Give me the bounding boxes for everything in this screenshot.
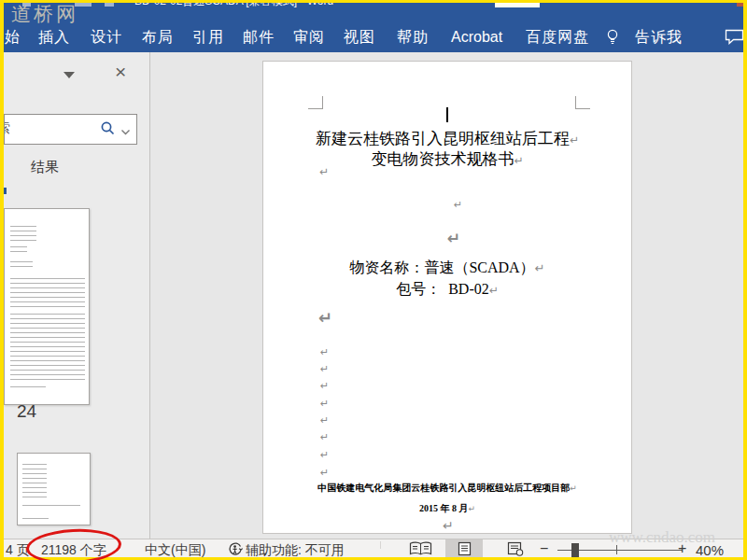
border-top (0, 0, 747, 3)
paragraph-mark: ↵ (320, 364, 329, 374)
tab-help[interactable]: 帮助 (397, 28, 429, 47)
watermark-daoqiao: 道桥网 (11, 1, 78, 27)
margin-crop-mark (575, 96, 590, 109)
page-thumbnail[interactable] (4, 208, 90, 405)
paragraph-mark: ↵ (320, 450, 329, 460)
page-thumbnail[interactable] (17, 453, 91, 525)
tab-view[interactable]: 视图 (344, 28, 375, 47)
pane-splitter[interactable] (149, 52, 150, 539)
watermark-cndao-url: www.cndao.com (609, 528, 715, 547)
doc-title-line1[interactable]: 新建云桂铁路引入昆明枢纽站后工程↵ (263, 128, 631, 149)
tab-mailings[interactable]: 邮件 (243, 28, 275, 47)
tab-references[interactable]: 引用 (192, 28, 224, 47)
tell-me-button[interactable]: 告诉我 (635, 28, 683, 47)
search-icon[interactable] (100, 120, 116, 140)
tab-design[interactable]: 设计 (91, 28, 122, 47)
print-layout-button[interactable] (445, 539, 483, 558)
paragraph-mark: ↵ (468, 504, 475, 513)
thumbnail-text-lines (22, 464, 47, 497)
zoom-slider-thumb[interactable] (571, 543, 579, 557)
doc-footer-line2[interactable]: 2015 年 8 月↵ (263, 502, 631, 515)
thumbnail-text-lines (10, 278, 85, 307)
quick-access-icon[interactable] (105, 3, 114, 7)
thumbnail-text-lines (10, 386, 46, 391)
results-tab-label[interactable]: 结果 (31, 159, 59, 176)
document-page[interactable]: 新建云桂铁路引入昆明枢纽站后工程↵ 变电物资技术规格书↵ ↵ ↵ ↵ 物资名称：… (262, 61, 632, 534)
paragraph-mark: ↵ (320, 399, 329, 409)
doc-item-line1[interactable]: 物资名称：普速（SCADA）↵ (263, 259, 631, 278)
comment-icon[interactable] (725, 29, 744, 49)
thumbnail-text-lines (10, 261, 33, 267)
paragraph-mark: ↵ (454, 200, 462, 210)
navigation-pane: × 索 结果 24 (4, 52, 149, 539)
paragraph-mark: ↵ (489, 284, 499, 297)
paragraph-mark: ↵ (320, 468, 329, 478)
pane-options-chevron-down-icon[interactable] (63, 72, 75, 78)
doc-item-line2[interactable]: 包号： BD-02↵ (263, 280, 631, 300)
tab-indicator (4, 188, 7, 194)
word-window: BD-02-02普速SCADA [兼容模式] - Word 开始 插入 设计 布… (0, 0, 747, 560)
margin-crop-mark (308, 96, 323, 109)
paragraph-mark: ↵ (319, 166, 329, 177)
text-cursor (446, 107, 448, 122)
border-left (0, 0, 4, 560)
paragraph-mark: ↵ (320, 415, 329, 426)
border-right (743, 0, 747, 560)
tab-acrobat[interactable]: Acrobat (451, 28, 502, 47)
paragraph-mark: ↵ (514, 154, 523, 167)
paragraph-mark: ↵ (570, 133, 579, 147)
close-button-clipped[interactable] (737, 3, 743, 7)
paragraph-mark: ↵ (318, 310, 332, 327)
paragraph-mark: ↵ (320, 347, 329, 357)
titlebar-search-box-clipped[interactable] (495, 3, 540, 7)
doc-footer-line1[interactable]: 中国铁建电气化局集团云桂铁路引入昆明枢纽站后工程项目部↵ (263, 482, 631, 495)
thumbnail-page-number: 24 (17, 401, 36, 422)
search-text-partial: 索 (4, 120, 10, 137)
paragraph-mark: ↵ (443, 519, 454, 532)
web-layout-button[interactable] (497, 539, 534, 558)
tab-layout[interactable]: 布局 (142, 28, 174, 47)
thumbnail-text-lines (10, 226, 36, 241)
navigation-search-input[interactable]: 索 (4, 114, 137, 145)
paragraph-mark: ↵ (320, 432, 329, 442)
tab-review[interactable]: 审阅 (293, 28, 325, 47)
status-divider (380, 541, 381, 549)
tab-insert[interactable]: 插入 (38, 28, 70, 47)
paragraph-mark: ↵ (320, 381, 329, 391)
lightbulb-icon (605, 28, 620, 49)
thumbnail-text-lines (10, 246, 27, 252)
paragraph-mark: ↵ (535, 261, 545, 275)
title-and-ribbon-bar: BD-02-02普速SCADA [兼容模式] - Word 开始 插入 设计 布… (4, 3, 743, 52)
thumbnail-text-lines (22, 518, 49, 522)
tab-baidu-netdisk[interactable]: 百度网盘 (526, 28, 589, 47)
read-mode-button[interactable] (403, 539, 437, 558)
zoom-out-button[interactable]: − (540, 540, 548, 557)
search-options-chevron-down-icon[interactable] (120, 123, 131, 140)
paragraph-mark: ↵ (570, 483, 577, 493)
thumbnail-text-lines (22, 505, 80, 509)
thumbnail-text-lines (10, 314, 85, 380)
paragraph-mark: ↵ (447, 231, 460, 246)
pane-close-icon[interactable]: × (115, 61, 126, 83)
